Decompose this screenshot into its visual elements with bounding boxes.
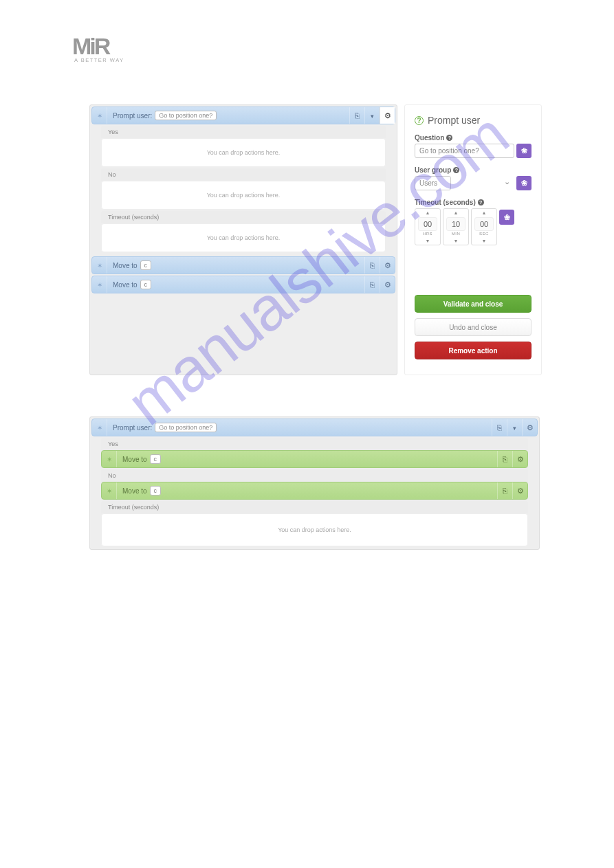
walk-icon bbox=[92, 419, 107, 436]
usergroup-select[interactable]: Users bbox=[415, 176, 451, 190]
help-icon[interactable]: ? bbox=[446, 135, 452, 141]
prompt-user-action-bar[interactable]: Prompt user: Go to position one? bbox=[91, 107, 395, 124]
move-to-action-bar[interactable]: Move to c bbox=[101, 482, 528, 500]
gear-icon[interactable] bbox=[380, 276, 395, 293]
move-to-tag[interactable]: c bbox=[150, 486, 162, 496]
prompt-user-action-bar[interactable]: Prompt user: Go to position one? bbox=[91, 419, 538, 436]
gear-icon[interactable] bbox=[380, 257, 395, 274]
timeout-dropzone[interactable]: You can drop actions here. bbox=[101, 513, 528, 546]
walk-icon bbox=[102, 482, 117, 499]
variable-link-button[interactable] bbox=[516, 144, 531, 158]
move-to-label: Move to bbox=[113, 262, 138, 269]
question-label: Question ? bbox=[415, 134, 531, 142]
prompt-user-properties: ? Prompt user Question ? User group ? Us… bbox=[404, 104, 542, 375]
timeout-section-label: Timeout (seconds) bbox=[101, 501, 528, 513]
usergroup-label: User group ? bbox=[415, 166, 531, 174]
remove-action-button[interactable]: Remove action bbox=[415, 342, 531, 359]
sec-up-icon[interactable]: ▲ bbox=[482, 209, 487, 216]
move-to-tag[interactable]: c bbox=[140, 260, 152, 270]
move-to-tag[interactable]: c bbox=[150, 454, 162, 464]
gear-icon[interactable] bbox=[512, 482, 527, 499]
copy-icon[interactable] bbox=[492, 419, 507, 436]
move-to-label: Move to bbox=[122, 456, 147, 463]
mission-editor-panel: Prompt user: Go to position one? Yes You… bbox=[89, 104, 397, 375]
mission-editor-expanded: Prompt user: Go to position one? Yes Mov… bbox=[89, 416, 540, 550]
yes-dropzone[interactable]: You can drop actions here. bbox=[101, 138, 386, 167]
timeout-dropzone[interactable]: You can drop actions here. bbox=[101, 223, 386, 252]
copy-icon[interactable] bbox=[497, 482, 512, 499]
min-unit: MIN bbox=[452, 232, 461, 237]
seconds-spinner: ▲ 00 SEC ▼ bbox=[471, 208, 497, 245]
no-dropzone[interactable]: You can drop actions here. bbox=[101, 181, 386, 210]
min-up-icon[interactable]: ▲ bbox=[454, 209, 459, 216]
hours-spinner: ▲ 00 HRS ▼ bbox=[415, 208, 441, 245]
no-section-label: No bbox=[101, 469, 528, 482]
move-to-tag[interactable]: c bbox=[140, 280, 152, 289]
hrs-down-icon[interactable]: ▼ bbox=[426, 237, 430, 245]
undo-close-button[interactable]: Undo and close bbox=[415, 318, 531, 336]
validate-close-button[interactable]: Validate and close bbox=[415, 295, 531, 313]
minutes-spinner: ▲ 10 MIN ▼ bbox=[443, 208, 469, 245]
move-to-action-bar[interactable]: Move to c bbox=[101, 450, 528, 468]
gear-icon[interactable] bbox=[512, 451, 527, 467]
prompt-user-tag[interactable]: Go to position one? bbox=[155, 111, 217, 120]
hrs-up-icon[interactable]: ▲ bbox=[426, 209, 430, 216]
gear-icon[interactable] bbox=[522, 419, 537, 436]
expand-icon[interactable] bbox=[364, 107, 380, 124]
min-value[interactable]: 10 bbox=[446, 217, 465, 231]
logo-tagline: A BETTER WAY bbox=[74, 57, 614, 63]
question-input[interactable] bbox=[415, 144, 514, 158]
prompt-user-label: Prompt user: bbox=[113, 112, 152, 120]
properties-title: ? Prompt user bbox=[415, 115, 531, 126]
walk-icon bbox=[92, 257, 107, 274]
prompt-user-tag[interactable]: Go to position one? bbox=[155, 423, 217, 432]
help-icon[interactable]: ? bbox=[478, 199, 484, 205]
logo-text: MiR bbox=[72, 33, 614, 60]
sec-down-icon[interactable]: ▼ bbox=[482, 237, 487, 245]
walk-icon bbox=[102, 451, 117, 467]
variable-link-button[interactable] bbox=[516, 176, 531, 190]
move-to-label: Move to bbox=[122, 487, 147, 495]
move-to-action-bar[interactable]: Move to c bbox=[91, 256, 395, 274]
variable-link-button[interactable] bbox=[499, 210, 514, 225]
hrs-value[interactable]: 00 bbox=[418, 217, 437, 231]
move-to-action-bar[interactable]: Move to c bbox=[91, 276, 395, 293]
gear-icon[interactable] bbox=[380, 107, 395, 124]
copy-icon[interactable] bbox=[497, 451, 512, 467]
move-to-label: Move to bbox=[113, 281, 138, 289]
question-icon: ? bbox=[415, 116, 424, 125]
yes-section-label: Yes bbox=[101, 438, 528, 450]
expand-icon[interactable] bbox=[507, 419, 522, 436]
copy-icon[interactable] bbox=[364, 276, 380, 293]
no-section-label: No bbox=[101, 168, 386, 181]
help-icon[interactable]: ? bbox=[453, 167, 459, 173]
copy-icon[interactable] bbox=[364, 257, 380, 274]
yes-section-label: Yes bbox=[101, 126, 386, 138]
timeout-section-label: Timeout (seconds) bbox=[101, 211, 386, 223]
brand-logo: MiR A BETTER WAY bbox=[72, 33, 614, 63]
walk-icon bbox=[92, 276, 107, 293]
prompt-user-label: Prompt user: bbox=[113, 424, 152, 432]
copy-icon[interactable] bbox=[349, 107, 364, 124]
walk-icon bbox=[92, 107, 107, 124]
sec-unit: SEC bbox=[479, 232, 489, 237]
min-down-icon[interactable]: ▼ bbox=[454, 237, 459, 245]
timeout-label: Timeout (seconds) ? bbox=[415, 199, 531, 206]
hrs-unit: HRS bbox=[423, 232, 432, 237]
sec-value[interactable]: 00 bbox=[474, 217, 494, 231]
